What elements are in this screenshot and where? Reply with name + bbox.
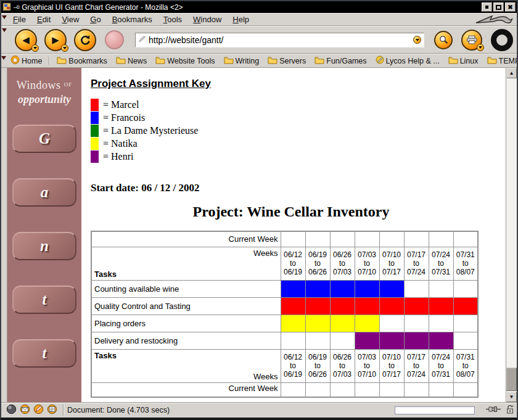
task-row: Placing orders — [91, 315, 478, 332]
menu-bookmarks[interactable]: Bookmarks — [112, 15, 152, 24]
sidebar-button-t-3[interactable]: t — [12, 286, 76, 314]
menu-go[interactable]: Go — [90, 15, 101, 24]
tasks-label: Tasks — [94, 351, 117, 360]
gantt-bar-cell — [453, 297, 478, 315]
url-bookmark-icon[interactable] — [138, 35, 146, 46]
folder-icon — [314, 56, 324, 66]
legend-swatch — [91, 138, 99, 150]
navigator-icon[interactable] — [6, 404, 17, 416]
site-logo: Windows OF opportunity — [7, 68, 81, 106]
bookmark-item-fun-games[interactable]: Fun/Games — [314, 56, 366, 66]
sidebar-splitter[interactable] — [1, 68, 7, 402]
mail-icon[interactable] — [20, 404, 30, 416]
print-icon — [466, 35, 478, 44]
reload-button[interactable] — [74, 29, 96, 51]
gantt-bar-cell — [379, 332, 404, 349]
forward-dropdown[interactable] — [61, 44, 68, 52]
print-dropdown[interactable] — [477, 44, 484, 51]
bookmark-label: Writing — [236, 57, 260, 65]
scroll-up-button[interactable]: ▲ — [506, 68, 517, 78]
tasks-label: Tasks — [94, 270, 117, 279]
search-button[interactable] — [434, 31, 453, 49]
empty-week-cell — [379, 382, 404, 397]
plug-icon — [486, 405, 501, 415]
empty-week-cell — [330, 231, 355, 247]
empty-week-cell — [429, 382, 453, 397]
bookmark-item-news[interactable]: News — [116, 56, 147, 66]
menu-edit[interactable]: Edit — [37, 15, 51, 24]
folder-icon — [155, 56, 165, 66]
empty-week-cell — [404, 315, 429, 332]
empty-week-cell — [453, 231, 478, 247]
legend-swatch — [91, 125, 99, 137]
week-header-row: WeeksTasks06/12to06/1906/19to06/2606/26t… — [91, 247, 478, 280]
search-icon — [438, 35, 449, 45]
gantt-bar-cell — [429, 297, 453, 315]
legend-name: = Marcel — [103, 99, 139, 110]
bookmark-item-bookmarks[interactable]: Bookmarks — [57, 56, 107, 66]
sidebar-button-t-4[interactable]: t — [12, 339, 76, 368]
gantt-bar-cell — [305, 280, 330, 297]
back-icon: ◀ — [22, 35, 30, 44]
logo-line1: Windows — [17, 79, 61, 91]
stop-button[interactable] — [105, 30, 124, 49]
url-input[interactable] — [146, 35, 412, 45]
sidebar-button-n-2[interactable]: n — [12, 232, 76, 260]
legend-item: = Natika — [91, 137, 506, 150]
empty-week-cell — [281, 332, 305, 349]
window-pin-icon[interactable]: –¤ — [14, 4, 19, 10]
app-icon — [2, 2, 12, 12]
week-header-cell: 06/19to06/26 — [305, 247, 330, 280]
legend-item: = Marcel — [91, 98, 506, 111]
menu-help[interactable]: Help — [232, 15, 249, 24]
throbber-icon[interactable] — [491, 29, 513, 51]
minimize-button[interactable] — [482, 2, 492, 12]
gantt-bar-cell — [305, 297, 330, 315]
folder-icon — [487, 56, 497, 66]
maximize-button[interactable] — [493, 2, 504, 12]
menu-view[interactable]: View — [62, 15, 79, 24]
vertical-scrollbar[interactable]: ▲ ▼ — [506, 68, 517, 402]
titlebar[interactable]: –¤ Graphical UI Gantt Chart Generator - … — [1, 1, 517, 13]
menubar-grippy[interactable] — [1, 14, 7, 25]
bookmark-item-website-tools[interactable]: Website Tools — [155, 56, 215, 66]
weeks-tasks-cell: WeeksTasks — [91, 247, 281, 280]
close-button[interactable]: ✖ — [505, 2, 516, 12]
status-text: Document: Done (4.703 secs) — [67, 406, 395, 414]
unlock-icon[interactable] — [506, 405, 514, 416]
composer-icon[interactable] — [33, 404, 44, 416]
empty-week-cell — [453, 315, 478, 332]
week-header-cell: 07/24to07/31 — [429, 349, 453, 382]
back-button[interactable]: ◀ — [15, 29, 37, 51]
navigation-toolbar: ◀ ▶ — [1, 26, 517, 54]
empty-week-cell — [404, 382, 429, 397]
bookmark-item-linux[interactable]: Linux — [448, 56, 479, 66]
print-button[interactable] — [461, 30, 482, 51]
reload-icon — [79, 34, 91, 46]
menu-window[interactable]: Window — [193, 15, 221, 24]
bookmark-item-lycos-help-[interactable]: Lycos Help & ... — [376, 56, 440, 66]
forward-icon: ▶ — [52, 35, 59, 44]
folder-icon — [224, 56, 234, 66]
addressbook-icon[interactable] — [47, 404, 57, 416]
home-icon — [10, 56, 20, 66]
url-dropdown-button[interactable] — [412, 35, 422, 46]
menu-tools[interactable]: Tools — [163, 15, 182, 24]
bookmark-item-servers[interactable]: Servers — [268, 56, 306, 66]
bookmark-item-writing[interactable]: Writing — [224, 56, 260, 66]
empty-week-cell — [355, 231, 379, 247]
legend-item: = Henri — [91, 150, 506, 163]
sidebar-button-a-1[interactable]: a — [12, 178, 76, 207]
forward-button[interactable]: ▶ — [44, 29, 67, 51]
scrollbar-thumb[interactable] — [506, 368, 517, 391]
statusbar: Document: Done (4.703 secs) — [1, 402, 517, 418]
scroll-down-button[interactable]: ▼ — [506, 392, 517, 402]
bookmark-item-home[interactable]: Home — [10, 56, 42, 66]
back-dropdown[interactable] — [31, 44, 39, 52]
menu-file[interactable]: File — [13, 15, 26, 24]
navbar-grippy[interactable] — [1, 27, 7, 53]
sidebar-button-G-0[interactable]: G — [12, 125, 76, 153]
urlbar — [135, 33, 424, 47]
bookmarkbar-grippy[interactable] — [1, 54, 6, 67]
bookmark-item-temp[interactable]: TEMP — [487, 56, 517, 66]
